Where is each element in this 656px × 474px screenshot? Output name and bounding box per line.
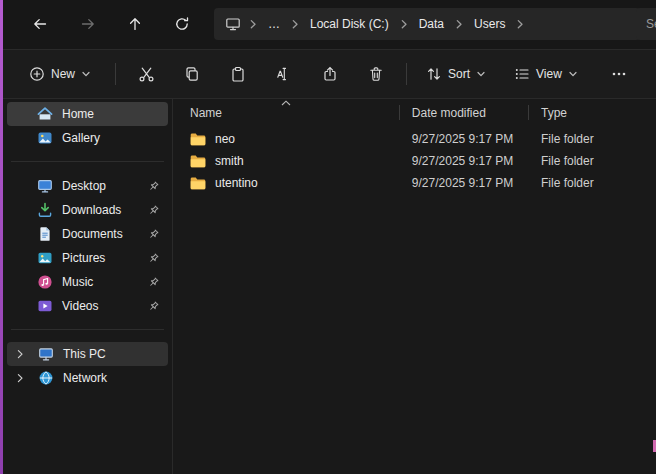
sort-ascending-icon [281, 100, 291, 106]
file-explorer-window: … Local Disk (C:) Data Users Se [0, 0, 656, 474]
paste-button[interactable] [222, 58, 254, 90]
pictures-icon [37, 250, 53, 266]
pin-icon [147, 228, 160, 241]
sort-icon [426, 66, 442, 82]
chevron-down-icon [476, 69, 486, 79]
breadcrumb-item-local-disk[interactable]: Local Disk (C:) [302, 14, 397, 34]
more-options-button[interactable] [603, 58, 635, 90]
breadcrumb-overflow[interactable]: … [260, 14, 288, 34]
chevron-right-icon[interactable] [14, 348, 28, 360]
file-rows: neo 9/27/2025 9:17 PM File folder smith … [173, 126, 656, 194]
address-bar[interactable]: … Local Disk (C:) Data Users [214, 8, 640, 40]
trash-icon [368, 66, 384, 82]
view-button[interactable]: View [505, 58, 587, 90]
videos-icon [37, 298, 53, 314]
folder-icon [190, 155, 206, 168]
breadcrumb-chevron-icon[interactable] [452, 12, 466, 36]
sidebar-item-gallery[interactable]: Gallery [7, 126, 168, 150]
network-icon [38, 370, 54, 386]
sidebar-item-desktop[interactable]: Desktop [7, 174, 168, 198]
chevron-right-icon[interactable] [14, 372, 28, 384]
arrow-up-icon [127, 16, 143, 32]
breadcrumb-item-data[interactable]: Data [411, 14, 452, 34]
delete-button[interactable] [360, 58, 392, 90]
file-name-cell: smith [173, 154, 400, 168]
file-name-cell: utentino [173, 176, 400, 190]
new-label: New [51, 67, 75, 81]
breadcrumb-chevron-icon[interactable] [397, 12, 411, 36]
sidebar-item-music[interactable]: Music [7, 270, 168, 294]
chevron-down-icon [81, 69, 91, 79]
column-header-date-modified[interactable]: Date modified [400, 99, 529, 126]
plus-circle-icon [29, 66, 45, 82]
ellipsis-icon [611, 66, 627, 82]
up-button[interactable] [119, 8, 151, 40]
file-type-cell: File folder [529, 132, 656, 146]
desktop-icon [37, 178, 53, 194]
sidebar-item-network[interactable]: Network [7, 366, 168, 390]
breadcrumb-chevron-icon[interactable] [288, 12, 302, 36]
file-name: neo [215, 132, 235, 146]
sidebar-item-label: Gallery [62, 131, 100, 145]
copy-button[interactable] [176, 58, 208, 90]
file-row-neo[interactable]: neo 9/27/2025 9:17 PM File folder [173, 128, 656, 150]
folder-icon [190, 177, 206, 190]
sidebar-item-label: Documents [62, 227, 123, 241]
forward-button[interactable] [72, 8, 104, 40]
column-header-name[interactable]: Name [173, 99, 400, 126]
arrow-right-icon [80, 16, 96, 32]
new-button[interactable]: New [19, 58, 101, 90]
sidebar-item-this-pc[interactable]: This PC [7, 342, 168, 366]
sidebar-item-documents[interactable]: Documents [7, 222, 168, 246]
pin-icon [147, 180, 160, 193]
file-name: utentino [215, 176, 258, 190]
toolbar-divider [115, 63, 116, 85]
chevron-down-icon [568, 69, 578, 79]
search-text: Se [646, 17, 656, 31]
sidebar: Home Gallery Desktop Downloads [3, 99, 172, 474]
sidebar-item-home[interactable]: Home [7, 102, 168, 126]
breadcrumb-item-users[interactable]: Users [466, 14, 513, 34]
sidebar-item-downloads[interactable]: Downloads [7, 198, 168, 222]
file-row-utentino[interactable]: utentino 9/27/2025 9:17 PM File folder [173, 172, 656, 194]
column-header-type[interactable]: Type [529, 99, 656, 126]
breadcrumb-chevron-icon[interactable] [246, 12, 260, 36]
refresh-icon [174, 16, 190, 32]
file-type-cell: File folder [529, 176, 656, 190]
view-label: View [536, 67, 562, 81]
sidebar-item-pictures[interactable]: Pictures [7, 246, 168, 270]
back-button[interactable] [24, 8, 56, 40]
date-modified-cell: 9/27/2025 9:17 PM [400, 154, 529, 168]
toolbar-divider [406, 63, 407, 85]
column-label: Type [541, 106, 567, 120]
sidebar-item-label: Pictures [62, 251, 105, 265]
sidebar-item-label: Downloads [62, 203, 121, 217]
share-button[interactable] [314, 58, 346, 90]
folder-icon [190, 133, 206, 146]
file-name: smith [215, 154, 244, 168]
rename-button[interactable] [268, 58, 300, 90]
cut-button[interactable] [130, 58, 162, 90]
this-pc-icon[interactable] [220, 12, 246, 36]
view-icon [514, 66, 530, 82]
scissors-icon [138, 66, 155, 83]
column-label: Name [190, 106, 222, 120]
paste-icon [230, 66, 246, 82]
sidebar-item-videos[interactable]: Videos [7, 294, 168, 318]
search-input[interactable]: Se [636, 8, 656, 40]
sidebar-item-label: Network [63, 371, 107, 385]
sidebar-divider [11, 161, 164, 162]
window-edge-accent [0, 0, 3, 474]
column-headers: Name Date modified Type [173, 99, 656, 126]
sidebar-item-label: Music [62, 275, 93, 289]
file-row-smith[interactable]: smith 9/27/2025 9:17 PM File folder [173, 150, 656, 172]
arrow-left-icon [32, 16, 48, 32]
gallery-icon [37, 130, 53, 146]
breadcrumb-chevron-icon[interactable] [513, 12, 527, 36]
copy-icon [184, 66, 200, 82]
refresh-button[interactable] [166, 8, 198, 40]
sort-button[interactable]: Sort [417, 58, 495, 90]
pin-icon [147, 204, 160, 217]
rename-icon [276, 66, 292, 82]
sidebar-item-label: Home [62, 107, 94, 121]
